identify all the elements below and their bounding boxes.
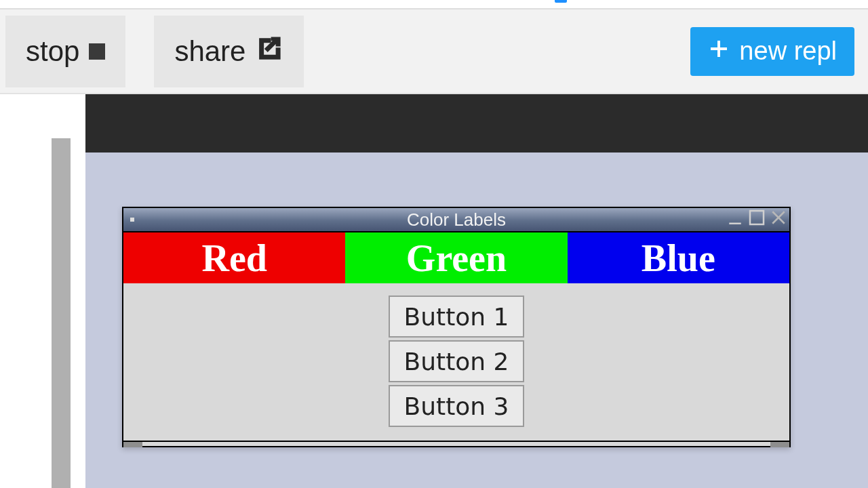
tk-title-indicator xyxy=(130,218,134,222)
share-button[interactable]: share xyxy=(154,16,304,87)
vertical-scrollbar[interactable] xyxy=(52,138,71,488)
tk-window: Color Labels Red xyxy=(122,207,791,447)
share-label: share xyxy=(174,35,245,68)
new-repl-label: new repl xyxy=(739,37,837,66)
tk-titlebar[interactable]: Color Labels xyxy=(123,208,789,231)
tk-title: Color Labels xyxy=(407,209,506,230)
button-3[interactable]: Button 3 xyxy=(389,385,524,427)
label-green: Green xyxy=(345,232,567,283)
tk-client-area: Red Green Blue Button 1 Button 2 xyxy=(123,231,789,441)
repl-toolbar: stop share new repl xyxy=(0,9,868,94)
button-1[interactable]: Button 1 xyxy=(389,296,524,338)
tab-indicator xyxy=(555,0,567,3)
plus-icon xyxy=(708,37,730,66)
button-2[interactable]: Button 2 xyxy=(389,340,524,382)
tk-horizontal-scrollbar[interactable] xyxy=(123,441,789,446)
console-top-bar xyxy=(85,94,868,152)
browser-chrome-strip xyxy=(0,0,868,9)
output-region: Color Labels Red xyxy=(0,94,868,488)
color-labels-row: Red Green Blue xyxy=(123,232,789,283)
stop-label: stop xyxy=(26,35,79,68)
stop-icon xyxy=(89,43,105,60)
minimize-icon[interactable] xyxy=(724,207,746,232)
stop-button[interactable]: stop xyxy=(5,16,125,87)
share-icon xyxy=(255,34,283,69)
maximize-icon[interactable] xyxy=(746,207,768,232)
new-repl-button[interactable]: new repl xyxy=(690,27,854,76)
label-blue: Blue xyxy=(568,232,789,283)
tk-window-controls xyxy=(724,208,789,231)
close-icon[interactable] xyxy=(768,207,789,232)
tk-buttons-column: Button 1 Button 2 Button 3 xyxy=(123,283,789,441)
vnc-desktop: Color Labels Red xyxy=(85,152,868,488)
svg-rect-3 xyxy=(750,211,764,224)
label-red: Red xyxy=(123,232,345,283)
